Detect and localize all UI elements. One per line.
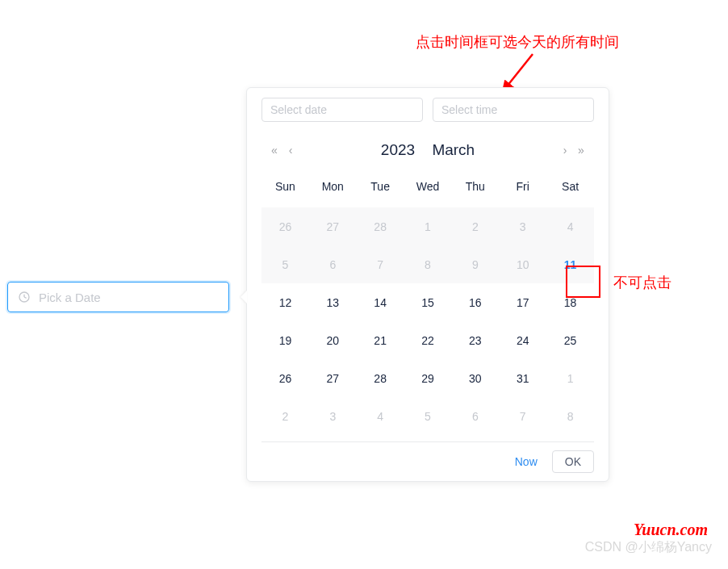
day-cell[interactable]: 5: [404, 397, 452, 435]
day-cell: 6: [309, 245, 357, 283]
day-cell: 7: [357, 245, 404, 283]
popup-input-row: [261, 98, 594, 122]
weekday-header: SunMonTueWedThuFriSat: [261, 174, 594, 199]
day-cell[interactable]: 12: [261, 283, 309, 321]
date-input-field[interactable]: [39, 291, 219, 304]
day-cell[interactable]: 31: [499, 359, 546, 397]
day-cell[interactable]: 20: [309, 321, 357, 359]
day-cell: 9: [451, 245, 499, 283]
day-cell[interactable]: 16: [451, 283, 499, 321]
annotation-right-text: 不可点击: [613, 273, 672, 292]
watermark-yuucn: Yuucn.com: [634, 521, 708, 539]
day-cell[interactable]: 24: [499, 321, 546, 359]
day-cell[interactable]: 8: [546, 397, 594, 435]
day-cell: 3: [499, 207, 546, 245]
day-cell[interactable]: 19: [261, 321, 309, 359]
weekday-label: Thu: [451, 174, 499, 199]
now-button[interactable]: Now: [515, 455, 538, 468]
weekday-label: Mon: [309, 174, 357, 199]
day-cell[interactable]: 18: [546, 283, 594, 321]
prev-month-button[interactable]: ‹: [282, 144, 299, 157]
clock-icon: [18, 291, 31, 303]
day-cell: 4: [546, 207, 594, 245]
day-cell: 27: [309, 207, 357, 245]
calendar-popup: « ‹ 2023 March › » SunMonTueWedThuFriSat…: [246, 87, 609, 482]
day-cell[interactable]: 25: [546, 321, 594, 359]
day-cell[interactable]: 15: [404, 283, 452, 321]
ok-button[interactable]: OK: [552, 450, 594, 473]
day-cell[interactable]: 13: [309, 283, 357, 321]
day-cell[interactable]: 1: [546, 359, 594, 397]
svg-line-4: [24, 297, 27, 298]
month-label[interactable]: March: [432, 141, 475, 158]
date-picker-input[interactable]: [7, 282, 229, 312]
day-cell[interactable]: 17: [499, 283, 546, 321]
weekday-label: Fri: [499, 174, 546, 199]
weekday-label: Tue: [357, 174, 404, 199]
day-cell[interactable]: 23: [451, 321, 499, 359]
day-cell[interactable]: 6: [451, 397, 499, 435]
day-cell[interactable]: 28: [357, 359, 404, 397]
day-cell: 26: [261, 207, 309, 245]
year-label[interactable]: 2023: [381, 141, 415, 158]
days-grid: 2627281234567891011121314151617181920212…: [261, 207, 594, 435]
day-cell: 10: [499, 245, 546, 283]
prev-year-button[interactable]: «: [266, 144, 282, 157]
day-cell[interactable]: 3: [309, 397, 357, 435]
day-cell: 5: [261, 245, 309, 283]
month-year-label: 2023 March: [299, 141, 557, 159]
day-cell: 28: [357, 207, 404, 245]
day-cell[interactable]: 7: [499, 397, 546, 435]
calendar-footer: Now OK: [261, 441, 594, 481]
day-cell: 11: [546, 245, 594, 283]
day-cell[interactable]: 2: [261, 397, 309, 435]
weekday-label: Wed: [404, 174, 452, 199]
next-year-button[interactable]: »: [573, 144, 589, 157]
day-cell: 2: [451, 207, 499, 245]
select-time-input[interactable]: [433, 98, 594, 122]
day-cell[interactable]: 30: [451, 359, 499, 397]
day-cell[interactable]: 14: [357, 283, 404, 321]
select-date-input[interactable]: [261, 98, 423, 122]
next-month-button[interactable]: ›: [557, 144, 573, 157]
day-cell: 1: [404, 207, 452, 245]
annotation-top-text: 点击时间框可选今天的所有时间: [416, 32, 619, 52]
svg-line-1: [507, 54, 533, 86]
day-cell[interactable]: 4: [357, 397, 404, 435]
popup-pointer: [241, 291, 247, 303]
day-cell[interactable]: 29: [404, 359, 452, 397]
day-cell[interactable]: 21: [357, 321, 404, 359]
day-cell[interactable]: 26: [261, 359, 309, 397]
day-cell[interactable]: 27: [309, 359, 357, 397]
weekday-label: Sat: [546, 174, 594, 199]
day-cell: 8: [404, 245, 452, 283]
weekday-label: Sun: [261, 174, 309, 199]
watermark-csdn: CSDN @小绵杨Yancy: [585, 539, 712, 556]
month-navigation: « ‹ 2023 March › »: [261, 133, 594, 174]
day-cell[interactable]: 22: [404, 321, 452, 359]
